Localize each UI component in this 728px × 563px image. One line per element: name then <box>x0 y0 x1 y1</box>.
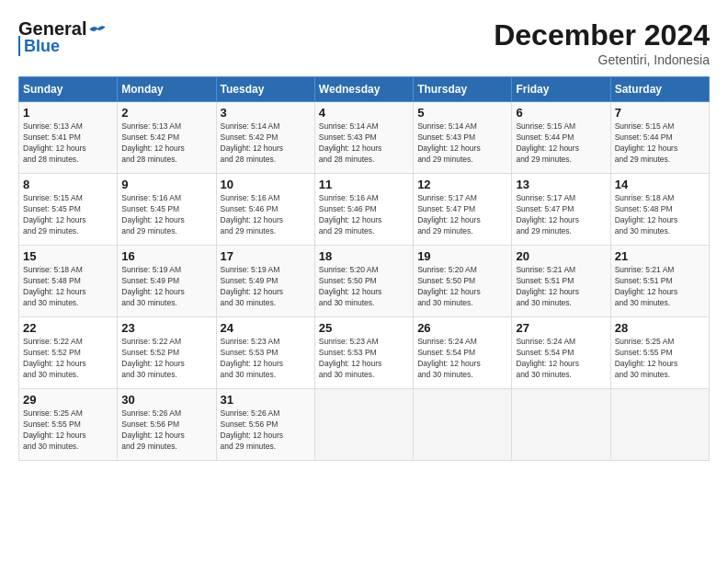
day-cell: 31Sunrise: 5:26 AM Sunset: 5:56 PM Dayli… <box>216 389 314 461</box>
day-cell: 5Sunrise: 5:14 AM Sunset: 5:43 PM Daylig… <box>414 102 512 174</box>
day-info: Sunrise: 5:15 AM Sunset: 5:45 PM Dayligh… <box>23 193 86 236</box>
day-cell: 22Sunrise: 5:22 AM Sunset: 5:52 PM Dayli… <box>19 317 118 389</box>
week-row-4: 29Sunrise: 5:25 AM Sunset: 5:55 PM Dayli… <box>19 389 710 461</box>
day-number: 4 <box>319 106 409 120</box>
day-info: Sunrise: 5:24 AM Sunset: 5:54 PM Dayligh… <box>516 337 579 379</box>
col-header-friday: Friday <box>512 77 610 102</box>
day-number: 23 <box>121 321 211 335</box>
day-info: Sunrise: 5:23 AM Sunset: 5:53 PM Dayligh… <box>221 337 284 379</box>
day-cell: 11Sunrise: 5:16 AM Sunset: 5:46 PM Dayli… <box>314 174 413 246</box>
week-row-1: 8Sunrise: 5:15 AM Sunset: 5:45 PM Daylig… <box>19 174 710 246</box>
day-number: 5 <box>417 106 507 120</box>
day-info: Sunrise: 5:16 AM Sunset: 5:46 PM Dayligh… <box>319 193 382 236</box>
day-cell: 19Sunrise: 5:20 AM Sunset: 5:50 PM Dayli… <box>414 246 512 317</box>
header: General Blue December 2024 Getentiri, In… <box>18 18 710 67</box>
day-number: 28 <box>615 321 705 335</box>
day-cell <box>512 389 610 461</box>
day-number: 7 <box>615 106 705 120</box>
day-cell: 30Sunrise: 5:26 AM Sunset: 5:56 PM Dayli… <box>118 389 216 461</box>
day-number: 22 <box>23 321 113 335</box>
day-number: 24 <box>221 321 311 335</box>
day-cell: 16Sunrise: 5:19 AM Sunset: 5:49 PM Dayli… <box>118 246 216 317</box>
day-number: 1 <box>23 106 113 120</box>
logo-divider <box>18 36 20 56</box>
day-cell: 25Sunrise: 5:23 AM Sunset: 5:53 PM Dayli… <box>314 317 413 389</box>
day-cell: 3Sunrise: 5:14 AM Sunset: 5:42 PM Daylig… <box>216 102 314 174</box>
day-cell: 15Sunrise: 5:18 AM Sunset: 5:48 PM Dayli… <box>19 246 118 317</box>
week-row-3: 22Sunrise: 5:22 AM Sunset: 5:52 PM Dayli… <box>19 317 710 389</box>
week-row-2: 15Sunrise: 5:18 AM Sunset: 5:48 PM Dayli… <box>19 246 710 317</box>
day-info: Sunrise: 5:19 AM Sunset: 5:49 PM Dayligh… <box>221 265 284 307</box>
day-number: 12 <box>417 178 507 191</box>
day-number: 18 <box>319 249 409 263</box>
day-number: 6 <box>516 106 606 120</box>
day-cell: 21Sunrise: 5:21 AM Sunset: 5:51 PM Dayli… <box>610 246 709 317</box>
day-cell <box>414 389 512 461</box>
day-info: Sunrise: 5:25 AM Sunset: 5:55 PM Dayligh… <box>23 408 86 451</box>
day-number: 9 <box>121 178 211 191</box>
day-cell <box>314 389 413 461</box>
day-number: 10 <box>221 178 311 191</box>
day-cell: 8Sunrise: 5:15 AM Sunset: 5:45 PM Daylig… <box>19 174 118 246</box>
day-number: 30 <box>121 393 211 407</box>
day-number: 17 <box>221 249 311 263</box>
day-number: 31 <box>221 393 311 407</box>
col-header-tuesday: Tuesday <box>216 77 314 102</box>
title-area: December 2024 Getentiri, Indonesia <box>494 18 710 67</box>
day-cell: 10Sunrise: 5:16 AM Sunset: 5:46 PM Dayli… <box>216 174 314 246</box>
day-cell: 9Sunrise: 5:16 AM Sunset: 5:45 PM Daylig… <box>118 174 216 246</box>
day-cell: 23Sunrise: 5:22 AM Sunset: 5:52 PM Dayli… <box>118 317 216 389</box>
day-info: Sunrise: 5:17 AM Sunset: 5:47 PM Dayligh… <box>417 193 481 236</box>
day-number: 16 <box>121 249 211 263</box>
day-cell <box>610 389 709 461</box>
day-cell: 13Sunrise: 5:17 AM Sunset: 5:47 PM Dayli… <box>512 174 610 246</box>
day-info: Sunrise: 5:15 AM Sunset: 5:44 PM Dayligh… <box>615 121 678 164</box>
day-cell: 6Sunrise: 5:15 AM Sunset: 5:44 PM Daylig… <box>512 102 610 174</box>
day-info: Sunrise: 5:18 AM Sunset: 5:48 PM Dayligh… <box>615 193 678 236</box>
day-number: 21 <box>615 249 705 263</box>
day-info: Sunrise: 5:22 AM Sunset: 5:52 PM Dayligh… <box>121 337 185 379</box>
day-info: Sunrise: 5:24 AM Sunset: 5:54 PM Dayligh… <box>417 337 481 379</box>
day-number: 8 <box>23 178 113 191</box>
day-info: Sunrise: 5:17 AM Sunset: 5:47 PM Dayligh… <box>516 193 579 236</box>
day-cell: 12Sunrise: 5:17 AM Sunset: 5:47 PM Dayli… <box>414 174 512 246</box>
day-info: Sunrise: 5:16 AM Sunset: 5:45 PM Dayligh… <box>121 193 185 236</box>
day-cell: 29Sunrise: 5:25 AM Sunset: 5:55 PM Dayli… <box>19 389 118 461</box>
day-info: Sunrise: 5:21 AM Sunset: 5:51 PM Dayligh… <box>516 265 579 307</box>
day-info: Sunrise: 5:14 AM Sunset: 5:42 PM Dayligh… <box>221 121 284 164</box>
calendar-table: SundayMondayTuesdayWednesdayThursdayFrid… <box>18 76 710 461</box>
header-row: SundayMondayTuesdayWednesdayThursdayFrid… <box>19 77 710 102</box>
day-number: 29 <box>23 393 113 407</box>
week-row-0: 1Sunrise: 5:13 AM Sunset: 5:41 PM Daylig… <box>19 102 710 174</box>
day-cell: 28Sunrise: 5:25 AM Sunset: 5:55 PM Dayli… <box>610 317 709 389</box>
day-number: 3 <box>221 106 311 120</box>
day-number: 15 <box>23 249 113 263</box>
day-info: Sunrise: 5:20 AM Sunset: 5:50 PM Dayligh… <box>319 265 382 307</box>
day-info: Sunrise: 5:13 AM Sunset: 5:41 PM Dayligh… <box>23 121 86 164</box>
day-number: 11 <box>319 178 409 191</box>
col-header-wednesday: Wednesday <box>314 77 413 102</box>
day-info: Sunrise: 5:16 AM Sunset: 5:46 PM Dayligh… <box>221 193 284 236</box>
day-info: Sunrise: 5:15 AM Sunset: 5:44 PM Dayligh… <box>516 121 579 164</box>
day-info: Sunrise: 5:26 AM Sunset: 5:56 PM Dayligh… <box>221 408 284 451</box>
day-info: Sunrise: 5:18 AM Sunset: 5:48 PM Dayligh… <box>23 265 86 307</box>
day-cell: 27Sunrise: 5:24 AM Sunset: 5:54 PM Dayli… <box>512 317 610 389</box>
logo-bird-icon <box>88 22 107 37</box>
day-info: Sunrise: 5:23 AM Sunset: 5:53 PM Dayligh… <box>319 337 382 379</box>
day-number: 26 <box>417 321 507 335</box>
logo: General Blue <box>18 18 107 56</box>
day-cell: 2Sunrise: 5:13 AM Sunset: 5:42 PM Daylig… <box>118 102 216 174</box>
day-cell: 4Sunrise: 5:14 AM Sunset: 5:43 PM Daylig… <box>314 102 413 174</box>
day-cell: 26Sunrise: 5:24 AM Sunset: 5:54 PM Dayli… <box>414 317 512 389</box>
day-cell: 14Sunrise: 5:18 AM Sunset: 5:48 PM Dayli… <box>610 174 709 246</box>
day-number: 27 <box>516 321 606 335</box>
day-cell: 24Sunrise: 5:23 AM Sunset: 5:53 PM Dayli… <box>216 317 314 389</box>
day-info: Sunrise: 5:22 AM Sunset: 5:52 PM Dayligh… <box>23 337 86 379</box>
col-header-sunday: Sunday <box>19 77 118 102</box>
col-header-thursday: Thursday <box>414 77 512 102</box>
day-number: 13 <box>516 178 606 191</box>
day-cell: 1Sunrise: 5:13 AM Sunset: 5:41 PM Daylig… <box>19 102 118 174</box>
col-header-monday: Monday <box>118 77 216 102</box>
day-info: Sunrise: 5:26 AM Sunset: 5:56 PM Dayligh… <box>121 408 185 451</box>
logo-blue-text: Blue <box>24 37 60 56</box>
